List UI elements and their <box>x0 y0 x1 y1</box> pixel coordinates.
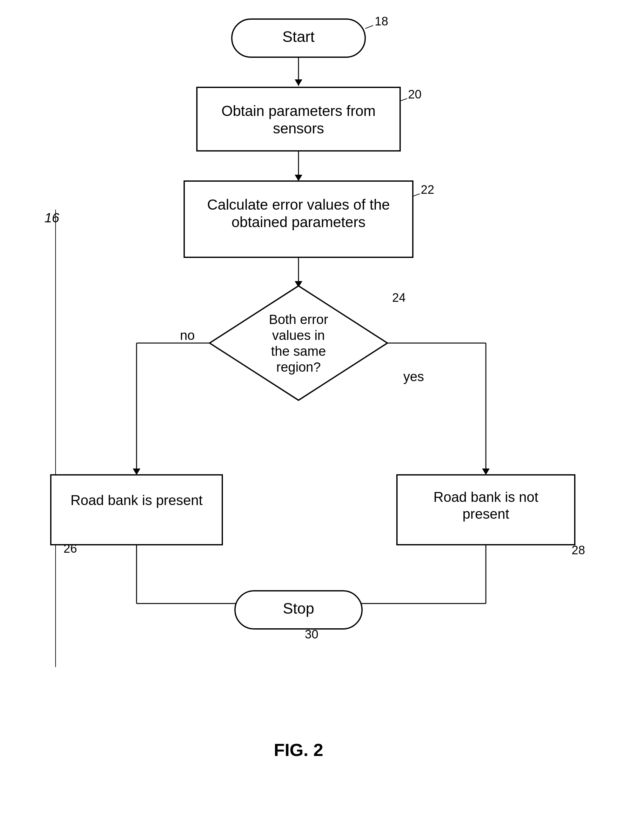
svg-rect-20 <box>51 475 222 545</box>
yes-label: yes <box>403 369 424 384</box>
svg-marker-13 <box>210 286 387 400</box>
start-label: Start <box>282 28 314 45</box>
obtain-label-line2: sensors <box>273 120 324 137</box>
ref-16-label: 16 <box>44 210 59 225</box>
ref-18: 18 <box>375 15 388 28</box>
bank-not-present-line2: present <box>463 506 509 522</box>
svg-line-6 <box>400 98 407 101</box>
svg-line-2 <box>365 25 373 29</box>
svg-marker-4 <box>295 80 302 86</box>
diamond-label-line4: region? <box>276 359 321 375</box>
diamond-label-line1: Both error <box>269 312 328 327</box>
no-label: no <box>180 328 195 343</box>
obtain-label-line1: Obtain parameters from <box>221 103 376 119</box>
diamond-label-line3: the same <box>271 344 326 359</box>
diagram-container: 16 Start 18 Obtain parameters from senso… <box>0 0 644 823</box>
svg-marker-19 <box>482 468 490 475</box>
stop-label: Stop <box>283 600 314 617</box>
svg-line-10 <box>413 194 420 196</box>
fig-label: FIG. 2 <box>274 740 323 760</box>
bank-not-present-line1: Road bank is not <box>434 489 538 505</box>
ref-28: 28 <box>572 544 585 557</box>
ref-24: 24 <box>392 291 406 304</box>
bank-present-line1: Road bank is present <box>71 492 202 508</box>
ref-22: 22 <box>421 183 434 196</box>
ref-30: 30 <box>305 628 318 641</box>
svg-marker-16 <box>133 468 140 475</box>
ref-26: 26 <box>63 542 77 555</box>
diamond-label-line2: values in <box>272 328 325 343</box>
calc-label-line2: obtained parameters <box>232 214 365 230</box>
calc-label-line1: Calculate error values of the <box>207 196 389 213</box>
svg-marker-8 <box>295 175 302 181</box>
svg-rect-5 <box>197 88 400 151</box>
ref-20: 20 <box>408 88 422 101</box>
